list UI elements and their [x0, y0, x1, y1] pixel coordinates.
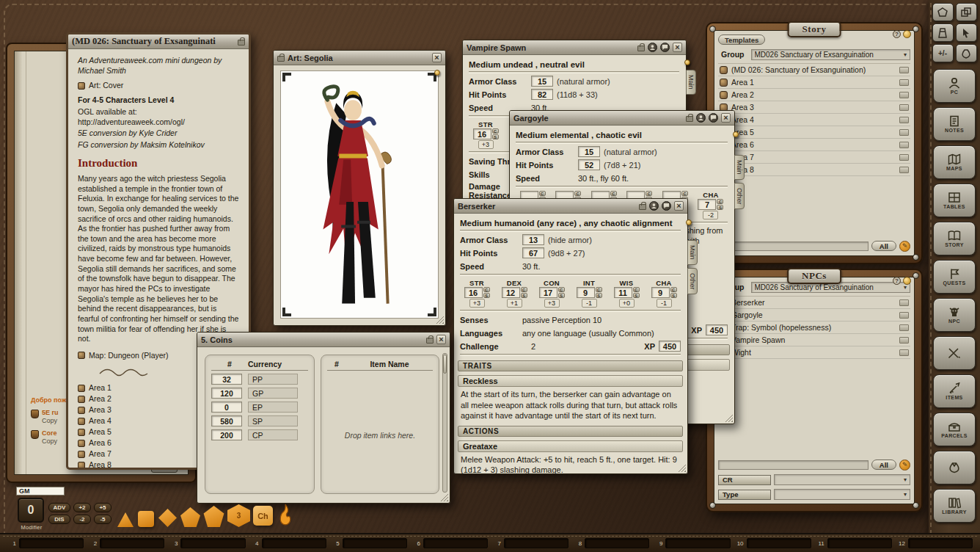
armor-class-value[interactable]: 15	[531, 76, 553, 87]
pushpin-icon[interactable]	[434, 70, 440, 76]
hotkey-slot[interactable]	[585, 538, 649, 548]
chat-bubble-icon[interactable]	[709, 113, 718, 123]
close-button[interactable]: ×	[432, 53, 442, 62]
ability-score[interactable]: 16	[464, 287, 483, 298]
dice-tower-button[interactable]	[932, 23, 954, 42]
filter-all-button[interactable]: All	[871, 241, 896, 251]
advantage-button[interactable]: ADV	[48, 503, 70, 512]
hotkey-slot[interactable]	[100, 538, 164, 548]
coin-currency-field[interactable]: SP	[248, 415, 298, 426]
ability-score[interactable]: 17	[539, 287, 557, 298]
pushpin-icon[interactable]	[684, 59, 690, 65]
ability-mod[interactable]: +3	[478, 140, 494, 149]
ability-score[interactable]: 9	[651, 287, 670, 298]
resize-grip[interactable]	[440, 493, 448, 501]
group-dropdown[interactable]: MD026 Sanctuary of Exsanguination ▾	[751, 49, 911, 60]
edit-pencil-button[interactable]: ✎	[899, 241, 910, 252]
minus2-button[interactable]: -2	[73, 515, 91, 524]
die-d10[interactable]	[180, 507, 200, 527]
ability-check-button[interactable]: C	[633, 287, 640, 292]
resize-grip[interactable]	[725, 414, 733, 422]
ability-save-button[interactable]: S	[633, 293, 640, 298]
ability-check-button[interactable]: C	[492, 128, 499, 134]
art-link[interactable]: Art: Cover	[78, 81, 239, 90]
hotkey-slot[interactable]	[665, 538, 730, 548]
type-filter-dropdown[interactable]: ▾	[774, 489, 910, 500]
ability-save-button[interactable]: S	[521, 293, 527, 298]
list-item[interactable]: Area 6	[718, 139, 910, 151]
close-button[interactable]: ×	[674, 201, 684, 211]
tab-main[interactable]: Main	[686, 70, 696, 95]
window-titlebar[interactable]: Art: Segolia ×	[274, 51, 445, 65]
hit-points-value[interactable]: 67	[522, 247, 544, 258]
ability-save-button[interactable]: S	[717, 205, 723, 210]
edit-pencil-button[interactable]: ✎	[899, 460, 910, 471]
ability-save-button[interactable]: S	[483, 293, 490, 298]
share-icon[interactable]	[696, 113, 706, 123]
search-input[interactable]	[718, 460, 869, 470]
die-custom[interactable]: Ch	[253, 506, 273, 526]
coin-amount-field[interactable]: 0	[211, 402, 242, 413]
pointer-button[interactable]	[956, 23, 977, 42]
link-card-icon[interactable]	[899, 129, 909, 136]
share-icon[interactable]	[649, 201, 659, 211]
link-card-icon[interactable]	[899, 142, 909, 148]
share-icon[interactable]	[648, 43, 657, 52]
sidebar-item-maps[interactable]: MAPS	[933, 145, 976, 179]
tab-other[interactable]: Other	[734, 183, 745, 210]
die-d20[interactable]: 3	[227, 504, 250, 527]
window-titlebar[interactable]: (MD 026: Sanctuary of Exsanguinati	[68, 34, 249, 49]
list-item[interactable]: Area 7	[718, 151, 910, 164]
link-card-icon[interactable]	[899, 167, 909, 173]
sidebar-item-items[interactable]: ITEMS	[933, 374, 976, 408]
pushpin-icon[interactable]	[686, 219, 692, 225]
tab-other[interactable]: Other	[687, 268, 698, 295]
ability-mod[interactable]: -1	[582, 299, 597, 308]
sidebar-item-encounters[interactable]	[933, 336, 976, 370]
close-button[interactable]: ×	[436, 335, 446, 344]
sidebar-item-tables[interactable]: TABLES	[933, 184, 976, 217]
ability-check-button[interactable]: C	[574, 191, 581, 196]
link-card-icon[interactable]	[899, 117, 909, 123]
coin-currency-field[interactable]: PP	[248, 374, 298, 385]
cr-filter-dropdown[interactable]: ▾	[774, 474, 910, 485]
sidebar-item-pc[interactable]: PC	[933, 69, 976, 103]
hotkey-slot[interactable]	[343, 538, 407, 548]
window-titlebar[interactable]: Vampire Spawn ×	[463, 40, 686, 55]
lock-icon[interactable]	[686, 116, 693, 122]
sidebar-item-story[interactable]: STORY	[933, 222, 976, 255]
ability-check-button[interactable]: C	[483, 287, 490, 292]
list-item[interactable]: Area 8	[718, 164, 910, 176]
link-card-icon[interactable]	[899, 67, 909, 73]
list-item[interactable]: Wight	[718, 346, 910, 359]
disadvantage-button[interactable]: DIS	[48, 515, 70, 524]
tab-main[interactable]: Main	[734, 155, 745, 180]
scrollbar-thumb[interactable]	[443, 355, 447, 374]
coin-currency-field[interactable]: CP	[248, 429, 298, 440]
action-name[interactable]: Greataxe	[458, 440, 683, 452]
link-card-icon[interactable]	[899, 104, 909, 111]
coin-amount-field[interactable]: 120	[211, 388, 242, 399]
lock-icon[interactable]	[637, 46, 645, 51]
hotkey-slot[interactable]	[908, 538, 973, 548]
plus5-button[interactable]: +5	[94, 503, 111, 512]
ability-score[interactable]: 11	[614, 287, 632, 298]
link-card-icon[interactable]	[899, 312, 909, 319]
hit-points-value[interactable]: 82	[531, 89, 553, 100]
ability-mod[interactable]: +3	[544, 299, 560, 308]
sidebar-item-quests[interactable]: QUESTS	[933, 260, 976, 294]
ability-save-button[interactable]: S	[558, 293, 565, 298]
hit-points-value[interactable]: 52	[578, 159, 600, 170]
ability-score[interactable]: 9	[577, 287, 595, 298]
ability-save-button[interactable]: S	[492, 134, 499, 139]
sidebar-item-notes[interactable]: NOTES	[933, 107, 976, 141]
list-item[interactable]: Gargoyle	[718, 309, 910, 322]
link-card-icon[interactable]	[899, 154, 909, 161]
scrollbar[interactable]	[442, 353, 447, 493]
link-card-icon[interactable]	[899, 349, 909, 356]
ability-check-button[interactable]: C	[670, 287, 677, 292]
tab-main[interactable]: Main	[687, 240, 698, 265]
close-button[interactable]: ×	[673, 43, 682, 52]
list-item[interactable]: (MD 026: Sanctuary of Exsanguination)	[718, 64, 910, 76]
die-d4[interactable]	[117, 512, 134, 527]
